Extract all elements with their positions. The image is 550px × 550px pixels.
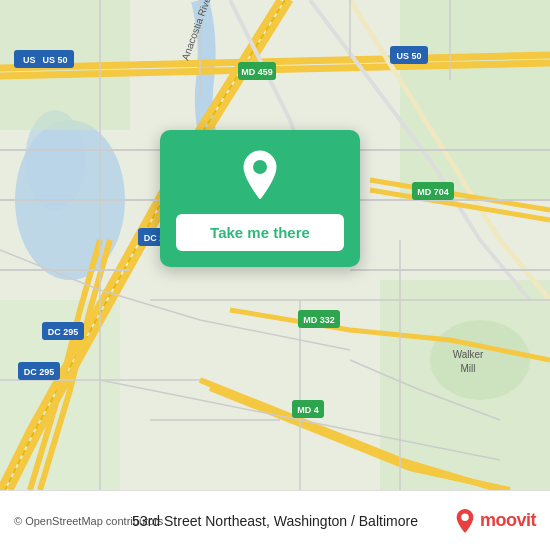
moovit-logo: moovit <box>454 508 536 534</box>
svg-point-7 <box>430 320 530 400</box>
take-me-there-button[interactable]: Take me there <box>176 214 344 251</box>
location-label: 53rd Street Northeast, Washington / Balt… <box>132 513 418 529</box>
svg-point-46 <box>461 513 468 520</box>
svg-rect-4 <box>400 0 550 200</box>
svg-text:MD 704: MD 704 <box>417 187 449 197</box>
svg-text:US 50: US 50 <box>42 55 67 65</box>
moovit-brand-name: moovit <box>480 510 536 531</box>
location-card: Take me there <box>160 130 360 267</box>
bottom-bar: © OpenStreetMap contributors 53rd Street… <box>0 490 550 550</box>
svg-text:US 50: US 50 <box>396 51 421 61</box>
svg-text:MD 332: MD 332 <box>303 315 335 325</box>
map-container: US 5 US 50 US 50 MD 459 MD 704 DC 295 DC… <box>0 0 550 490</box>
svg-point-45 <box>253 160 267 174</box>
svg-text:MD 4: MD 4 <box>297 405 319 415</box>
svg-text:Mill: Mill <box>461 363 476 374</box>
location-pin-icon <box>233 148 287 202</box>
svg-text:DC 295: DC 295 <box>48 327 79 337</box>
svg-text:DC 295: DC 295 <box>24 367 55 377</box>
svg-text:MD 459: MD 459 <box>241 67 273 77</box>
svg-text:Walker: Walker <box>453 349 484 360</box>
moovit-pin-icon <box>454 508 476 534</box>
